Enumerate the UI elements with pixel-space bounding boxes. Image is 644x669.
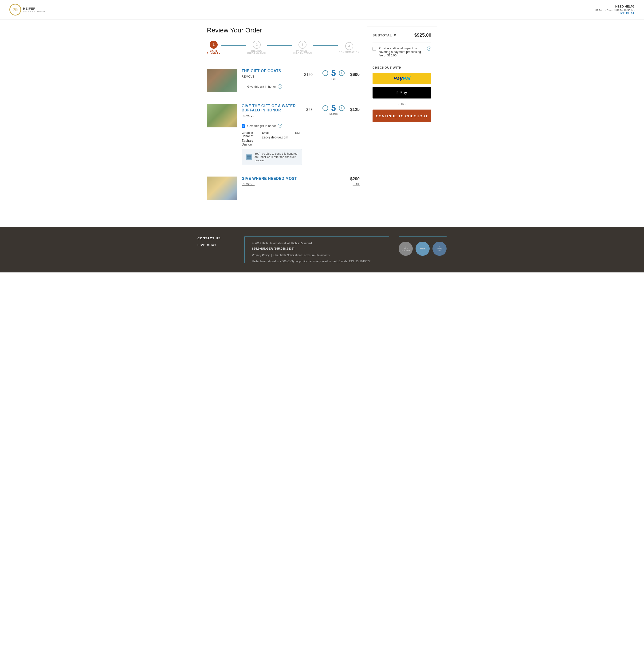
qty-decrease-goats[interactable]: −: [323, 70, 328, 76]
gift-honor-row: Gifted in Honor of: Zachary Dayton Email…: [242, 131, 302, 146]
gift-honor-goats-help-icon[interactable]: ?: [278, 84, 282, 89]
cart-item-buffalo: GIVE THE GIFT OF A WATER BUFFALO IN HONO…: [207, 98, 360, 171]
main-container: Review Your Order 1 CARTSUMMARY 2 BILLIN…: [197, 19, 447, 213]
header-live-chat[interactable]: LIVE CHAT: [595, 12, 634, 15]
step-3-label: PAYMENTINFORMATION: [293, 49, 312, 55]
footer-phone: 855.9HUNGER (855.948.6437): [252, 247, 389, 250]
left-column: Review Your Order 1 CARTSUMMARY 2 BILLIN…: [207, 27, 360, 206]
gift-honor-buffalo-checkbox[interactable]: [242, 124, 245, 128]
applepay-label:  Pay: [397, 90, 407, 95]
sidebar-box: SUBTOTAL ▾ $925.00 Provide additional im…: [367, 27, 437, 128]
step-4-circle: 4: [345, 42, 353, 50]
step-1: 1 CARTSUMMARY: [207, 41, 220, 55]
logo-circle: 75: [10, 4, 21, 15]
footer-right: ★2019PLATINUM BBB ✦CharityNav: [399, 237, 447, 263]
processing-fee-help-icon[interactable]: ?: [427, 46, 431, 51]
edit-needed-button[interactable]: EDIT: [353, 182, 360, 186]
remove-needed-button[interactable]: REMOVE: [242, 183, 255, 186]
item-qty-goats: − 5 +: [323, 69, 345, 77]
applepay-button[interactable]:  Pay: [373, 87, 431, 99]
remove-goats-button[interactable]: REMOVE: [242, 75, 255, 78]
item-qty-buffalo: − 5 +: [323, 104, 345, 112]
item-image-buffalo: [207, 104, 238, 127]
header: 75 HEIFER INTERNATIONAL NEED HELP? 855.9…: [0, 0, 644, 19]
cart-item-needed: GIVE WHERE NEEDED MOST REMOVE $200 EDIT: [207, 171, 360, 206]
item-image-goats: [207, 69, 238, 92]
cart-item-goats: THE GIFT OF GOATS REMOVE Give this gift …: [207, 63, 360, 98]
subtotal-row: SUBTOTAL ▾ $925.00: [373, 32, 431, 38]
header-phone: 855.9HUNGER (855.948.6437): [595, 8, 634, 12]
item-price-unit-goats: $120: [304, 73, 313, 77]
checkout-with-label: CHECKOUT WITH: [373, 66, 431, 69]
gift-honor-goats: Give this gift in honor ?: [242, 84, 300, 89]
step-2-circle: 2: [253, 41, 261, 49]
item-right-needed: $200 EDIT: [350, 176, 360, 186]
gift-honor-goats-label: Give this gift in honor: [247, 85, 276, 88]
step-1-circle: 1: [210, 41, 218, 49]
footer-contact-us[interactable]: CONTACT US: [197, 237, 235, 240]
step-2: 2 BILLINGINFORMATION: [247, 41, 266, 55]
subtotal-amount: $925.00: [414, 32, 431, 38]
step-line-1-2: [221, 45, 246, 46]
charitable-disclosure-link[interactable]: Charitable Solicitation Disclosure State…: [273, 254, 330, 257]
step-3: 3 PAYMENTINFORMATION: [293, 41, 312, 55]
gift-honor-details-buffalo: Gifted in Honor of: Zachary Dayton Email…: [242, 131, 302, 165]
logo: 75 HEIFER INTERNATIONAL: [10, 4, 46, 15]
need-help: NEED HELP?: [595, 5, 634, 8]
continue-checkout-button[interactable]: CONTINUE TO CHECKOUT: [373, 110, 431, 122]
page-title: Review Your Order: [207, 27, 360, 34]
step-4-label: CONFIRMATION: [339, 51, 360, 54]
privacy-policy-link[interactable]: Privacy Policy: [252, 254, 270, 257]
gift-honor-goats-checkbox[interactable]: [242, 85, 245, 88]
sidebar: SUBTOTAL ▾ $925.00 Provide additional im…: [367, 27, 437, 128]
item-details-buffalo: GIVE THE GIFT OF A WATER BUFFALO IN HONO…: [242, 104, 302, 165]
step-3-circle: 3: [299, 41, 306, 49]
footer-copyright: © 2019 Heifer International. All Rights …: [252, 242, 389, 245]
item-title-needed: GIVE WHERE NEEDED MOST: [242, 176, 346, 181]
item-qty-wrapper-buffalo: − 5 + Shares: [323, 104, 345, 115]
svg-rect-0: [247, 155, 251, 159]
footer-center: © 2019 Heifer International. All Rights …: [244, 237, 389, 263]
remove-buffalo-button[interactable]: REMOVE: [242, 114, 255, 117]
item-price-unit-buffalo: $25: [306, 108, 313, 112]
qty-increase-goats[interactable]: +: [339, 70, 345, 76]
step-line-3-4: [313, 45, 338, 46]
logo-text: HEIFER: [23, 7, 46, 10]
step-1-label: CARTSUMMARY: [207, 49, 220, 55]
step-4: 4 CONFIRMATION: [339, 42, 360, 54]
footer-nonprofit: Heifer International is a 501(C)(3) nonp…: [252, 260, 389, 263]
item-total-buffalo: $125: [350, 107, 360, 112]
paypal-button[interactable]: PayPal: [373, 73, 431, 84]
gift-honor-buffalo-label: Give this gift in honor: [247, 124, 276, 128]
processing-fee-text: Provide additional impact by covering a …: [378, 46, 425, 57]
item-details-needed: GIVE WHERE NEEDED MOST REMOVE: [242, 176, 346, 189]
notice-icon: [246, 154, 252, 160]
badge-charity-navigator: ✦CharityNav: [432, 242, 447, 256]
footer-links: Privacy Policy | Charitable Solicitation…: [252, 254, 389, 257]
qty-increase-buffalo[interactable]: +: [339, 105, 345, 111]
logo-number: 75: [13, 7, 18, 12]
edit-honor-button[interactable]: EDIT: [295, 131, 302, 134]
notice-text: You'll be able to send this honoree an H…: [255, 152, 298, 162]
processing-fee-checkbox[interactable]: [373, 47, 376, 51]
qty-label-buffalo: Shares: [330, 112, 338, 115]
subtotal-dropdown-icon[interactable]: ▾: [394, 33, 396, 38]
item-right-buffalo: $25 − 5 + Shares $125: [306, 104, 360, 115]
email-label: Email:: [262, 131, 288, 134]
gift-honor-buffalo: Give this gift in honor ?: [242, 124, 302, 128]
step-line-2-3: [267, 45, 292, 46]
gift-field-email: Email: zaq@lifeblue.com: [262, 131, 288, 139]
badge-transparency: ★2019PLATINUM: [399, 242, 413, 256]
qty-decrease-buffalo[interactable]: −: [323, 105, 328, 111]
footer-inner: CONTACT US LIVE CHAT © 2019 Heifer Inter…: [197, 237, 447, 263]
processing-fee-section: Provide additional impact by covering a …: [373, 43, 431, 61]
gifted-in-honor-label: Gifted in Honor of:: [242, 131, 255, 138]
qty-label-goats: Full: [331, 77, 335, 81]
footer-live-chat[interactable]: LIVE CHAT: [197, 243, 235, 247]
or-divider: - OR -: [373, 102, 431, 106]
step-2-label: BILLINGINFORMATION: [247, 49, 266, 55]
gift-honor-buffalo-help-icon[interactable]: ?: [278, 124, 282, 128]
item-title-goats: THE GIFT OF GOATS: [242, 69, 300, 73]
badge-bbb: BBB: [416, 242, 430, 256]
item-right-goats: $120 − 5 + Full $600: [304, 69, 360, 81]
